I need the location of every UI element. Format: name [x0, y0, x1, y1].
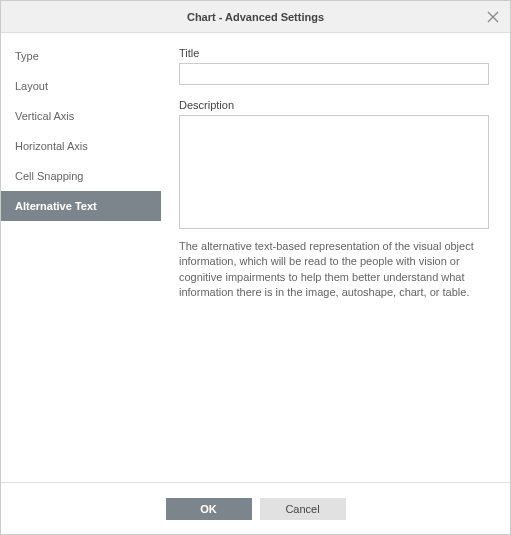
sidebar-item-cell-snapping[interactable]: Cell Snapping	[1, 161, 161, 191]
sidebar-item-type[interactable]: Type	[1, 41, 161, 71]
cancel-button[interactable]: Cancel	[260, 498, 346, 520]
sidebar-item-label: Cell Snapping	[15, 170, 84, 182]
sidebar-item-label: Vertical Axis	[15, 110, 74, 122]
sidebar-item-label: Horizontal Axis	[15, 140, 88, 152]
sidebar-item-label: Alternative Text	[15, 200, 97, 212]
sidebar: Type Layout Vertical Axis Horizontal Axi…	[1, 33, 161, 482]
sidebar-item-label: Type	[15, 50, 39, 62]
title-input[interactable]	[179, 63, 489, 85]
content-pane: Title Description The alternative text-b…	[161, 33, 510, 482]
close-icon[interactable]	[478, 1, 508, 33]
sidebar-item-vertical-axis[interactable]: Vertical Axis	[1, 101, 161, 131]
sidebar-item-horizontal-axis[interactable]: Horizontal Axis	[1, 131, 161, 161]
dialog-footer: OK Cancel	[1, 482, 510, 534]
help-text: The alternative text-based representatio…	[179, 239, 489, 301]
description-textarea[interactable]	[179, 115, 489, 229]
sidebar-item-label: Layout	[15, 80, 48, 92]
dialog-titlebar: Chart - Advanced Settings	[1, 1, 510, 33]
ok-button[interactable]: OK	[166, 498, 252, 520]
sidebar-item-layout[interactable]: Layout	[1, 71, 161, 101]
description-label: Description	[179, 99, 490, 111]
dialog-title: Chart - Advanced Settings	[1, 11, 510, 23]
dialog-body: Type Layout Vertical Axis Horizontal Axi…	[1, 33, 510, 482]
title-label: Title	[179, 47, 490, 59]
sidebar-item-alternative-text[interactable]: Alternative Text	[1, 191, 161, 221]
chart-advanced-settings-dialog: Chart - Advanced Settings Type Layout Ve…	[0, 0, 511, 535]
